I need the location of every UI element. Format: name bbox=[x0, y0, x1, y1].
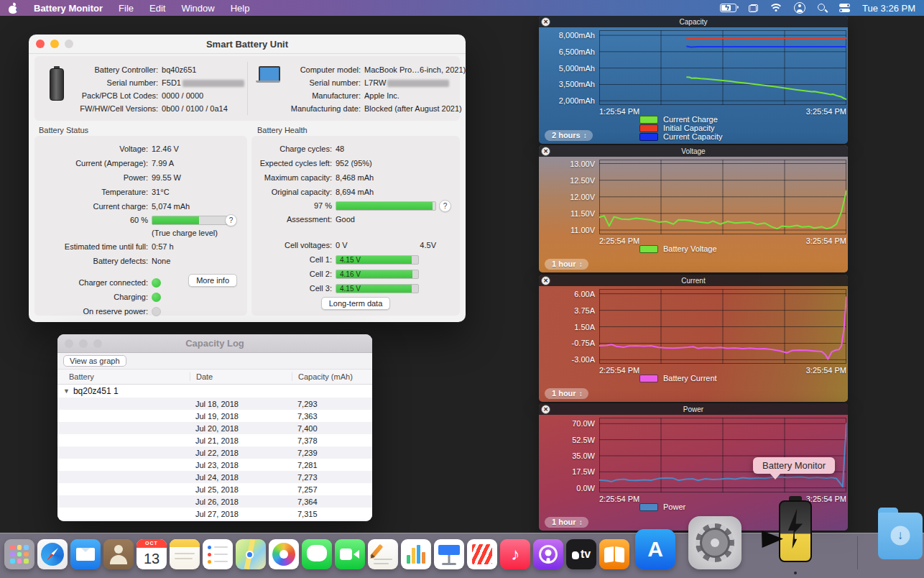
chart-plot bbox=[599, 160, 846, 234]
health-row: Expected cycles left:952 (95%) bbox=[251, 156, 460, 170]
column-battery[interactable]: Battery bbox=[57, 372, 190, 381]
window-titlebar[interactable]: Capacity Log bbox=[57, 334, 372, 353]
window-titlebar[interactable]: Smart Battery Unit bbox=[29, 35, 466, 54]
chart-legend: Battery Voltage bbox=[539, 244, 848, 253]
close-button-inactive[interactable] bbox=[65, 339, 73, 348]
close-icon[interactable]: ✕ bbox=[541, 405, 550, 414]
dock-item-notes-icon[interactable] bbox=[170, 539, 200, 569]
dock-item-podcasts-icon[interactable] bbox=[533, 539, 563, 569]
wifi-icon[interactable] bbox=[770, 4, 782, 12]
table-header[interactable]: Battery Date Capacity (mAh) bbox=[57, 369, 372, 385]
time-range-select[interactable]: 2 hours↕ bbox=[545, 130, 593, 141]
dock-item-downloads-folder[interactable]: ↓ bbox=[878, 508, 923, 559]
search-icon[interactable] bbox=[818, 4, 827, 13]
y-tick-label: -0.75A bbox=[539, 339, 595, 347]
table-group-row[interactable]: ▼ bq20z451 1 bbox=[57, 385, 372, 398]
dock-item-safari-icon[interactable] bbox=[37, 539, 68, 569]
chart-titlebar[interactable]: ✕ Capacity bbox=[539, 16, 848, 27]
cell-voltage-row: Cell 2:4.16 V bbox=[251, 267, 460, 281]
dock-item-messages-icon[interactable] bbox=[302, 539, 332, 569]
table-row[interactable]: Jul 20, 20187,400 bbox=[57, 422, 372, 434]
table-row[interactable]: Jul 22, 20187,239 bbox=[57, 446, 372, 459]
field-label: Battery Controller: bbox=[70, 65, 158, 74]
column-date[interactable]: Date bbox=[190, 372, 292, 381]
close-icon[interactable]: ✕ bbox=[541, 276, 550, 285]
table-row[interactable]: Jul 24, 20187,273 bbox=[57, 471, 372, 483]
menu-window[interactable]: Window bbox=[181, 3, 214, 14]
dock-item-battery-monitor[interactable] bbox=[779, 496, 812, 565]
view-as-graph-button[interactable]: View as graph bbox=[63, 355, 126, 367]
long-term-data-button[interactable]: Long-term data bbox=[321, 297, 391, 310]
time-range-select[interactable]: 1 hour↕ bbox=[545, 259, 588, 270]
column-capacity[interactable]: Capacity (mAh) bbox=[292, 372, 372, 381]
dock-item-appletv-icon[interactable]: tv bbox=[566, 539, 596, 569]
y-tick-label: 11.50V bbox=[539, 209, 595, 218]
minimize-button-inactive[interactable] bbox=[79, 339, 88, 348]
dock-item-numbers-icon[interactable] bbox=[401, 539, 431, 569]
dock-item-calendar-icon[interactable]: OCT13 bbox=[137, 539, 167, 569]
dock-item-pages-icon[interactable] bbox=[368, 539, 398, 569]
table-row[interactable]: Jul 26, 20187,364 bbox=[57, 495, 372, 508]
minimize-button[interactable] bbox=[50, 40, 59, 48]
table-row[interactable]: Jul 19, 20187,363 bbox=[57, 410, 372, 422]
dock-item-launchpad-icon[interactable] bbox=[4, 539, 34, 569]
field-value: L7RW bbox=[364, 78, 449, 87]
close-icon[interactable]: ✕ bbox=[541, 147, 550, 156]
chart-titlebar[interactable]: ✕ Power bbox=[539, 403, 848, 415]
apple-menu-icon[interactable] bbox=[9, 3, 18, 14]
disclosure-chevron-icon[interactable]: ▼ bbox=[63, 387, 70, 395]
dock-item-contacts-icon[interactable] bbox=[103, 539, 134, 569]
chart-titlebar[interactable]: ✕ Current bbox=[539, 275, 848, 286]
chart-titlebar[interactable]: ✕ Voltage bbox=[539, 145, 848, 157]
legend-swatch bbox=[639, 245, 658, 253]
dock-item-music-icon[interactable]: ♪ bbox=[500, 539, 530, 569]
health-row: Maximum capacity:8,468 mAh bbox=[251, 170, 460, 185]
capacity-chart-panel: ✕ Capacity 8,000mAh6,500mAh5,000mAh3,500… bbox=[539, 16, 848, 144]
field-label: Temperature: bbox=[34, 188, 148, 196]
table-row[interactable]: Jul 21, 20187,378 bbox=[57, 434, 372, 446]
menu-help[interactable]: Help bbox=[231, 3, 250, 14]
dock-item-news-icon[interactable] bbox=[467, 539, 497, 569]
dock-item-books-icon[interactable] bbox=[599, 539, 629, 569]
y-tick-label: 6.00A bbox=[539, 290, 595, 298]
cell-voltage-bar: 4.15 V bbox=[336, 284, 419, 293]
table-row[interactable]: Jul 23, 20187,281 bbox=[57, 459, 372, 471]
menu-file[interactable]: File bbox=[119, 3, 134, 14]
dock-item-keynote-icon[interactable] bbox=[434, 539, 464, 569]
cell-voltage-bar: 4.16 V bbox=[336, 270, 419, 279]
y-tick-label: 2,000mAh bbox=[539, 96, 595, 105]
dock-item-system-preferences-icon[interactable] bbox=[688, 516, 741, 569]
field-label: Charge cycles: bbox=[251, 144, 332, 153]
dock-item-photos-icon[interactable] bbox=[269, 539, 299, 569]
battery-info-rows: Battery Controller:bq40z651Serial number… bbox=[70, 63, 244, 115]
user-icon[interactable] bbox=[794, 2, 805, 14]
y-tick-label: 35.0W bbox=[539, 451, 595, 460]
info-row: Pack/PCB Lot Codes:0000 / 0000 bbox=[70, 89, 244, 102]
table-row[interactable]: Jul 18, 20187,293 bbox=[57, 398, 372, 410]
field-label: Expected cycles left: bbox=[251, 159, 332, 168]
dock-item-appstore-icon[interactable]: A bbox=[635, 529, 675, 569]
menu-app-name[interactable]: Battery Monitor bbox=[34, 3, 103, 14]
field-value: 12.46 V bbox=[152, 144, 179, 153]
y-tick-label: 17.5W bbox=[539, 467, 595, 476]
close-icon[interactable]: ✕ bbox=[541, 17, 550, 27]
cell-date: Jul 18, 2018 bbox=[190, 400, 292, 408]
table-row[interactable]: Jul 25, 20187,257 bbox=[57, 483, 372, 495]
window-stack-icon[interactable] bbox=[749, 4, 758, 12]
more-info-button[interactable]: More info bbox=[188, 274, 237, 287]
help-button[interactable]: ? bbox=[225, 214, 237, 226]
field-value: 0000 / 0000 bbox=[162, 91, 203, 100]
zoom-button-inactive[interactable] bbox=[93, 339, 102, 348]
dock-item-facetime-icon[interactable] bbox=[335, 539, 365, 569]
dock-item-reminders-icon[interactable] bbox=[203, 539, 233, 569]
help-button[interactable]: ? bbox=[439, 200, 451, 212]
dock-item-mail-icon[interactable] bbox=[70, 539, 101, 569]
close-button[interactable] bbox=[36, 40, 45, 48]
indicator-row: Charger connected:More info bbox=[34, 275, 247, 290]
menu-edit[interactable]: Edit bbox=[149, 3, 165, 14]
menu-clock[interactable]: Tue 3:26 PM bbox=[862, 3, 915, 14]
battery-charging-icon[interactable]: ϟ bbox=[720, 4, 736, 12]
dock-item-maps-icon[interactable] bbox=[236, 539, 266, 569]
control-center-icon[interactable] bbox=[839, 4, 850, 12]
time-range-select[interactable]: 1 hour↕ bbox=[545, 388, 588, 399]
